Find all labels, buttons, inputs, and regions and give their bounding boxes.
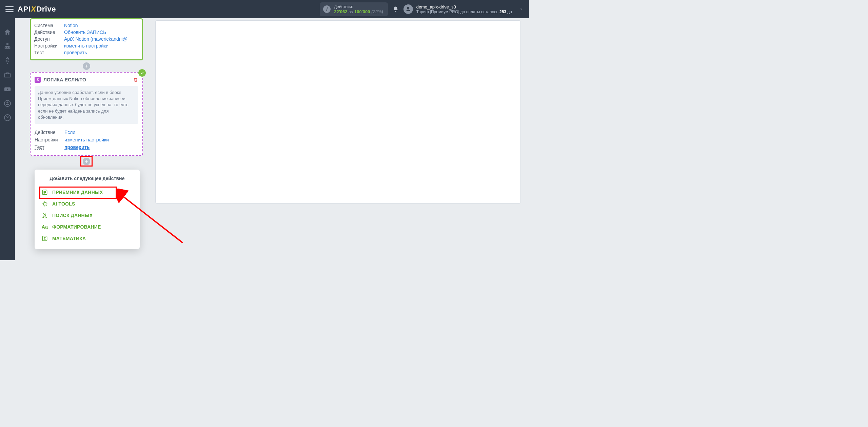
logic-value-settings[interactable]: изменить настройки	[64, 137, 109, 142]
connections-icon[interactable]	[4, 43, 11, 50]
tariff-line: Тариф |Премиум PRO| до оплаты осталось 2…	[416, 9, 512, 14]
add-action-popup: Добавить следующее действие ПРИЕМНИК ДАН…	[35, 170, 140, 249]
actions-of: из	[349, 9, 353, 14]
math-icon	[41, 235, 48, 242]
logic-label-test: Тест	[35, 144, 64, 150]
logo-drive: Drive	[36, 5, 56, 14]
popup-item-label: AI TOOLS	[52, 201, 75, 207]
popup-item-math[interactable]: МАТЕМАТИКА	[37, 233, 138, 244]
help-icon[interactable]	[4, 114, 11, 121]
top-bar: APIXDrive i Действия: 22'062 из 100'000 …	[0, 0, 529, 18]
home-icon[interactable]	[4, 28, 11, 36]
logic-title: ЛОГИКА ЕСЛИ/ТО	[43, 77, 86, 82]
popup-item-format[interactable]: Aa ФОРМАТИРОВАНИЕ	[37, 221, 138, 233]
search-data-icon	[41, 212, 48, 219]
canvas-panel	[155, 20, 521, 203]
notifications-icon[interactable]	[393, 6, 399, 12]
label-test: Тест	[34, 50, 64, 55]
user-menu[interactable]: demo_apix-drive_s3 Тариф |Премиум PRO| д…	[403, 4, 524, 14]
value-system[interactable]: Notion	[64, 23, 78, 28]
destination-block[interactable]: СистемаNotion ДействиеОбновить ЗАПИСЬ До…	[30, 18, 143, 60]
add-step-divider-2: +	[30, 158, 143, 165]
label-settings: Настройки	[34, 43, 64, 48]
canvas-column	[155, 18, 529, 260]
logic-label-action: Действие	[35, 130, 64, 135]
popup-title: Добавить следующее действие	[37, 176, 138, 181]
value-action[interactable]: Обновить ЗАПИСЬ	[64, 30, 106, 35]
actions-counter[interactable]: i Действия: 22'062 из 100'000 (22%)	[320, 2, 388, 16]
success-badge-icon	[138, 69, 146, 77]
youtube-icon[interactable]	[4, 85, 11, 93]
format-icon: Aa	[41, 224, 48, 230]
avatar	[403, 4, 413, 14]
popup-item-label: МАТЕМАТИКА	[52, 236, 86, 241]
label-access: Доступ	[34, 36, 64, 42]
logo-x-icon: X	[31, 5, 36, 14]
logic-description: Данное условие сработает, если в блоке П…	[35, 86, 138, 124]
logic-value-test[interactable]: проверить	[64, 144, 90, 150]
logic-value-action[interactable]: Если	[64, 130, 75, 135]
annotation-highlight-plus	[80, 156, 93, 167]
logic-block[interactable]: 3 ЛОГИКА ЕСЛИ/ТО Данное условие сработае…	[30, 72, 143, 156]
add-step-button-1[interactable]: +	[83, 62, 90, 70]
logo[interactable]: APIXDrive	[18, 5, 56, 14]
value-test[interactable]: проверить	[64, 50, 87, 55]
ai-icon	[41, 200, 48, 207]
popup-item-label: ПОИСК ДАННЫХ	[52, 213, 93, 218]
value-access[interactable]: ApiX Notion (maverickandrii@	[64, 36, 127, 42]
actions-label: Действия:	[334, 4, 383, 9]
billing-icon[interactable]	[4, 57, 11, 64]
label-system: Система	[34, 23, 64, 28]
username: demo_apix-drive_s3	[416, 4, 512, 9]
svg-point-5	[44, 215, 46, 216]
popup-item-label: ФОРМАТИРОВАНИЕ	[52, 224, 101, 230]
label-action: Действие	[34, 30, 64, 35]
svg-point-4	[43, 202, 46, 205]
popup-item-search[interactable]: ПОИСК ДАННЫХ	[37, 210, 138, 221]
popup-item-ai[interactable]: AI TOOLS	[37, 198, 138, 210]
step-number: 3	[35, 77, 41, 83]
account-icon[interactable]	[4, 100, 11, 107]
actions-total: 100'000	[354, 9, 370, 14]
briefcase-icon[interactable]	[4, 71, 11, 79]
annotation-highlight-item	[39, 187, 117, 199]
info-icon: i	[323, 5, 331, 13]
value-settings[interactable]: изменить настройки	[64, 43, 108, 48]
sidebar	[0, 18, 15, 260]
actions-pct: (22%)	[371, 9, 383, 14]
chevron-down-icon[interactable]	[519, 7, 524, 12]
add-step-divider-1: +	[30, 62, 143, 70]
logic-label-settings: Настройки	[35, 137, 64, 142]
menu-toggle[interactable]	[5, 6, 14, 12]
actions-used: 22'062	[334, 9, 347, 14]
delete-icon[interactable]	[133, 77, 138, 82]
logo-api: API	[18, 5, 31, 14]
